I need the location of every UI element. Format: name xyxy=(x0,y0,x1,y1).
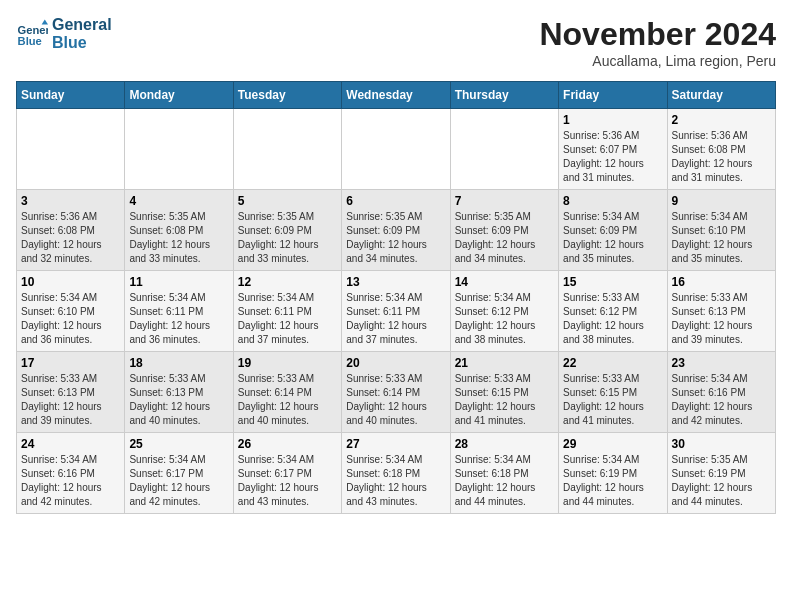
week-row-5: 24Sunrise: 5:34 AMSunset: 6:16 PMDayligh… xyxy=(17,433,776,514)
day-cell: 15Sunrise: 5:33 AMSunset: 6:12 PMDayligh… xyxy=(559,271,667,352)
day-number: 10 xyxy=(21,275,120,289)
day-info: Sunrise: 5:33 AMSunset: 6:13 PMDaylight:… xyxy=(21,372,120,428)
day-info: Sunrise: 5:34 AMSunset: 6:11 PMDaylight:… xyxy=(346,291,445,347)
day-number: 29 xyxy=(563,437,662,451)
day-cell: 29Sunrise: 5:34 AMSunset: 6:19 PMDayligh… xyxy=(559,433,667,514)
day-info: Sunrise: 5:36 AMSunset: 6:07 PMDaylight:… xyxy=(563,129,662,185)
header-sunday: Sunday xyxy=(17,82,125,109)
day-cell: 16Sunrise: 5:33 AMSunset: 6:13 PMDayligh… xyxy=(667,271,775,352)
day-cell: 23Sunrise: 5:34 AMSunset: 6:16 PMDayligh… xyxy=(667,352,775,433)
day-info: Sunrise: 5:35 AMSunset: 6:09 PMDaylight:… xyxy=(346,210,445,266)
day-cell xyxy=(450,109,558,190)
day-info: Sunrise: 5:36 AMSunset: 6:08 PMDaylight:… xyxy=(672,129,771,185)
day-cell: 10Sunrise: 5:34 AMSunset: 6:10 PMDayligh… xyxy=(17,271,125,352)
day-info: Sunrise: 5:35 AMSunset: 6:08 PMDaylight:… xyxy=(129,210,228,266)
day-cell: 27Sunrise: 5:34 AMSunset: 6:18 PMDayligh… xyxy=(342,433,450,514)
day-info: Sunrise: 5:33 AMSunset: 6:15 PMDaylight:… xyxy=(455,372,554,428)
header-saturday: Saturday xyxy=(667,82,775,109)
day-info: Sunrise: 5:34 AMSunset: 6:16 PMDaylight:… xyxy=(21,453,120,509)
day-info: Sunrise: 5:33 AMSunset: 6:13 PMDaylight:… xyxy=(672,291,771,347)
day-cell: 4Sunrise: 5:35 AMSunset: 6:08 PMDaylight… xyxy=(125,190,233,271)
day-cell: 1Sunrise: 5:36 AMSunset: 6:07 PMDaylight… xyxy=(559,109,667,190)
day-number: 8 xyxy=(563,194,662,208)
day-info: Sunrise: 5:34 AMSunset: 6:17 PMDaylight:… xyxy=(238,453,337,509)
day-number: 6 xyxy=(346,194,445,208)
day-number: 30 xyxy=(672,437,771,451)
day-cell: 13Sunrise: 5:34 AMSunset: 6:11 PMDayligh… xyxy=(342,271,450,352)
svg-text:General: General xyxy=(18,24,48,36)
header-friday: Friday xyxy=(559,82,667,109)
day-info: Sunrise: 5:33 AMSunset: 6:14 PMDaylight:… xyxy=(238,372,337,428)
day-cell: 22Sunrise: 5:33 AMSunset: 6:15 PMDayligh… xyxy=(559,352,667,433)
month-title: November 2024 xyxy=(539,16,776,53)
day-cell: 20Sunrise: 5:33 AMSunset: 6:14 PMDayligh… xyxy=(342,352,450,433)
logo-icon: General Blue xyxy=(16,18,48,50)
day-number: 13 xyxy=(346,275,445,289)
day-number: 17 xyxy=(21,356,120,370)
day-cell: 17Sunrise: 5:33 AMSunset: 6:13 PMDayligh… xyxy=(17,352,125,433)
day-cell: 8Sunrise: 5:34 AMSunset: 6:09 PMDaylight… xyxy=(559,190,667,271)
day-info: Sunrise: 5:33 AMSunset: 6:14 PMDaylight:… xyxy=(346,372,445,428)
day-number: 22 xyxy=(563,356,662,370)
day-number: 27 xyxy=(346,437,445,451)
header-monday: Monday xyxy=(125,82,233,109)
day-cell xyxy=(342,109,450,190)
day-number: 2 xyxy=(672,113,771,127)
week-row-2: 3Sunrise: 5:36 AMSunset: 6:08 PMDaylight… xyxy=(17,190,776,271)
day-cell: 24Sunrise: 5:34 AMSunset: 6:16 PMDayligh… xyxy=(17,433,125,514)
day-cell: 21Sunrise: 5:33 AMSunset: 6:15 PMDayligh… xyxy=(450,352,558,433)
day-number: 14 xyxy=(455,275,554,289)
day-number: 28 xyxy=(455,437,554,451)
week-row-1: 1Sunrise: 5:36 AMSunset: 6:07 PMDaylight… xyxy=(17,109,776,190)
day-cell: 6Sunrise: 5:35 AMSunset: 6:09 PMDaylight… xyxy=(342,190,450,271)
day-info: Sunrise: 5:34 AMSunset: 6:19 PMDaylight:… xyxy=(563,453,662,509)
day-number: 16 xyxy=(672,275,771,289)
week-row-4: 17Sunrise: 5:33 AMSunset: 6:13 PMDayligh… xyxy=(17,352,776,433)
logo-text-line1: General xyxy=(52,16,112,34)
day-cell: 25Sunrise: 5:34 AMSunset: 6:17 PMDayligh… xyxy=(125,433,233,514)
day-cell: 12Sunrise: 5:34 AMSunset: 6:11 PMDayligh… xyxy=(233,271,341,352)
day-number: 26 xyxy=(238,437,337,451)
day-number: 23 xyxy=(672,356,771,370)
day-number: 1 xyxy=(563,113,662,127)
day-cell xyxy=(233,109,341,190)
day-cell xyxy=(125,109,233,190)
day-cell: 28Sunrise: 5:34 AMSunset: 6:18 PMDayligh… xyxy=(450,433,558,514)
day-cell: 2Sunrise: 5:36 AMSunset: 6:08 PMDaylight… xyxy=(667,109,775,190)
header-wednesday: Wednesday xyxy=(342,82,450,109)
day-info: Sunrise: 5:35 AMSunset: 6:09 PMDaylight:… xyxy=(238,210,337,266)
day-info: Sunrise: 5:36 AMSunset: 6:08 PMDaylight:… xyxy=(21,210,120,266)
calendar-header-row: Sunday Monday Tuesday Wednesday Thursday… xyxy=(17,82,776,109)
header-thursday: Thursday xyxy=(450,82,558,109)
day-number: 18 xyxy=(129,356,228,370)
title-area: November 2024 Aucallama, Lima region, Pe… xyxy=(539,16,776,69)
day-info: Sunrise: 5:34 AMSunset: 6:17 PMDaylight:… xyxy=(129,453,228,509)
day-cell: 14Sunrise: 5:34 AMSunset: 6:12 PMDayligh… xyxy=(450,271,558,352)
location-subtitle: Aucallama, Lima region, Peru xyxy=(539,53,776,69)
day-cell: 3Sunrise: 5:36 AMSunset: 6:08 PMDaylight… xyxy=(17,190,125,271)
logo: General Blue General Blue xyxy=(16,16,112,52)
day-number: 15 xyxy=(563,275,662,289)
svg-marker-2 xyxy=(42,20,48,25)
day-number: 9 xyxy=(672,194,771,208)
day-number: 21 xyxy=(455,356,554,370)
day-cell: 9Sunrise: 5:34 AMSunset: 6:10 PMDaylight… xyxy=(667,190,775,271)
calendar-table: Sunday Monday Tuesday Wednesday Thursday… xyxy=(16,81,776,514)
header-tuesday: Tuesday xyxy=(233,82,341,109)
day-cell: 7Sunrise: 5:35 AMSunset: 6:09 PMDaylight… xyxy=(450,190,558,271)
day-number: 3 xyxy=(21,194,120,208)
day-info: Sunrise: 5:35 AMSunset: 6:19 PMDaylight:… xyxy=(672,453,771,509)
week-row-3: 10Sunrise: 5:34 AMSunset: 6:10 PMDayligh… xyxy=(17,271,776,352)
page-header: General Blue General Blue November 2024 … xyxy=(16,16,776,69)
day-info: Sunrise: 5:34 AMSunset: 6:10 PMDaylight:… xyxy=(21,291,120,347)
day-info: Sunrise: 5:34 AMSunset: 6:18 PMDaylight:… xyxy=(346,453,445,509)
svg-text:Blue: Blue xyxy=(18,35,42,47)
day-info: Sunrise: 5:35 AMSunset: 6:09 PMDaylight:… xyxy=(455,210,554,266)
day-info: Sunrise: 5:34 AMSunset: 6:09 PMDaylight:… xyxy=(563,210,662,266)
day-cell: 30Sunrise: 5:35 AMSunset: 6:19 PMDayligh… xyxy=(667,433,775,514)
day-cell: 19Sunrise: 5:33 AMSunset: 6:14 PMDayligh… xyxy=(233,352,341,433)
day-info: Sunrise: 5:34 AMSunset: 6:11 PMDaylight:… xyxy=(238,291,337,347)
day-info: Sunrise: 5:34 AMSunset: 6:11 PMDaylight:… xyxy=(129,291,228,347)
day-number: 20 xyxy=(346,356,445,370)
day-cell: 18Sunrise: 5:33 AMSunset: 6:13 PMDayligh… xyxy=(125,352,233,433)
